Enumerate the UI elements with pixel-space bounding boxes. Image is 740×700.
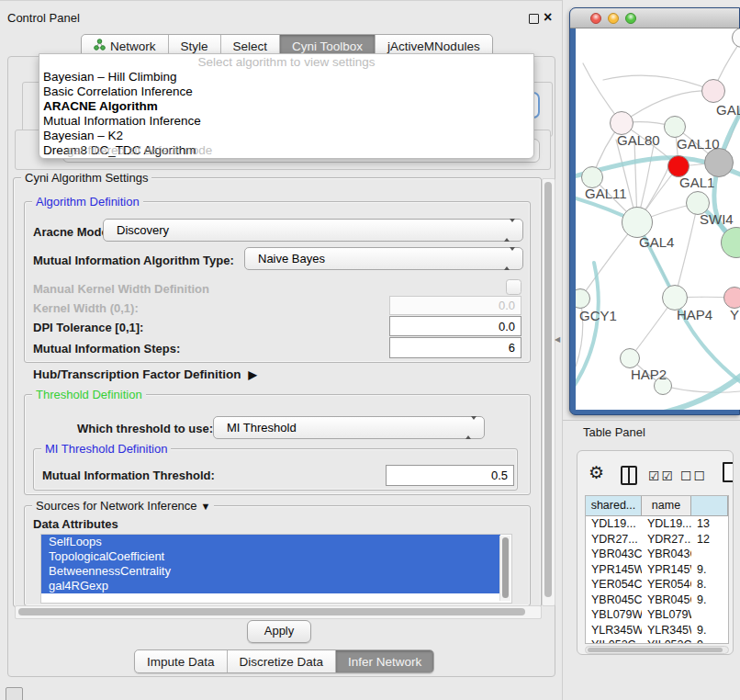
network-view-window: GAL7GAL80GAL10GAL1GAL11GAL4SWI4GCY1HAP4Y…: [569, 7, 740, 415]
zoom-traffic-light-icon[interactable]: [625, 13, 636, 24]
close-icon[interactable]: ×: [544, 7, 552, 28]
node-label: GCY1: [579, 308, 617, 323]
network-node[interactable]: [704, 148, 734, 177]
expand-down-icon: ▼: [201, 501, 211, 512]
data-attribute-item[interactable]: BetweennessCentrality: [41, 564, 500, 579]
data-attribute-item[interactable]: gal4RGexp: [41, 579, 500, 593]
panel-splitter[interactable]: [562, 0, 563, 700]
table-cell: 9.: [691, 623, 728, 638]
scrollbar-thumb[interactable]: [18, 608, 525, 615]
tab-impute-data[interactable]: Impute Data: [135, 650, 228, 672]
table-cell: 9.: [691, 593, 728, 608]
columns-icon[interactable]: [621, 466, 637, 485]
kernel-width-field[interactable]: [389, 296, 521, 315]
settings-vertical-scrollbar[interactable]: [542, 178, 555, 606]
page-icon[interactable]: [723, 462, 734, 482]
algorithm-option[interactable]: Mutual Information Inference: [39, 114, 533, 129]
table-header-cell[interactable]: [691, 496, 728, 515]
table-horizontal-scrollbar[interactable]: [585, 646, 729, 654]
table-cell: YDL19...: [586, 516, 642, 532]
apply-button[interactable]: Apply: [247, 620, 311, 643]
group-title: MI Threshold Definition: [41, 442, 171, 456]
table-row[interactable]: YDL19...YDL19...13: [586, 516, 728, 532]
group-title: Threshold Definition: [32, 388, 146, 401]
gear-icon[interactable]: ⚙: [589, 462, 604, 483]
panel-grip[interactable]: [6, 687, 23, 700]
tab-label: Discretize Data: [240, 651, 324, 672]
network-canvas[interactable]: GAL7GAL80GAL10GAL1GAL11GAL4SWI4GCY1HAP4Y…: [576, 28, 740, 410]
tab-label: Impute Data: [147, 651, 215, 672]
table-cell: 8.: [691, 577, 728, 593]
table-row[interactable]: YBR043CYBR043C: [586, 547, 728, 562]
hub-section-toggle[interactable]: Hub/Transcription Factor Definition▶: [33, 367, 257, 382]
network-node[interactable]: [620, 348, 640, 368]
table-row[interactable]: YER054CYER054C8.: [586, 577, 728, 593]
stepper-arrows-icon: [504, 251, 515, 267]
data-attribute-item[interactable]: SelfLoops: [41, 535, 500, 549]
settings-horizontal-scrollbar[interactable]: [15, 605, 542, 619]
table-header-row: shared...name: [586, 496, 728, 516]
mi-threshold-field[interactable]: [386, 465, 514, 486]
kernel-width-label: Kernel Width (0,1):: [33, 301, 139, 316]
mi-threshold-label: Mutual Information Threshold:: [42, 469, 215, 483]
node-label: SWI4: [700, 211, 734, 227]
which-threshold-select[interactable]: MI Threshold: [213, 416, 485, 439]
table-cell: YLR345W: [586, 623, 642, 638]
algorithm-option[interactable]: ARACNE Algorithm: [39, 99, 533, 114]
table-cell: YDR27...: [642, 532, 691, 548]
network-node[interactable]: [723, 287, 740, 309]
splitter-collapse-icon[interactable]: ◀: [555, 335, 560, 344]
list-scrollbar[interactable]: [499, 536, 510, 601]
table-cell: YDL19...: [642, 516, 691, 532]
table-row[interactable]: YLR345WYLR345W9.: [586, 623, 728, 638]
mi-steps-label: Mutual Information Steps:: [33, 342, 180, 356]
table-cell: YBL079W: [642, 607, 691, 623]
dpi-tolerance-field[interactable]: [389, 316, 521, 336]
algorithm-option[interactable]: Basic Correlation Inference: [39, 85, 533, 99]
deselect-all-icon[interactable]: ☐☐: [680, 469, 707, 483]
float-panel-icon[interactable]: [529, 14, 539, 24]
network-node[interactable]: [701, 79, 725, 103]
table-row[interactable]: YDR27...YDR27...12: [586, 532, 728, 548]
algorithm-option[interactable]: Bayesian – Hill Climbing: [39, 70, 533, 85]
algorithm-option[interactable]: Bayesian – K2: [39, 129, 533, 143]
table-cell: 9.: [691, 562, 728, 578]
table-cell: YPR145W: [586, 562, 642, 578]
table-cell: [691, 607, 728, 623]
mi-steps-field[interactable]: [389, 337, 521, 358]
table-row[interactable]: YIL052CYIL052C9: [586, 638, 728, 644]
table-row[interactable]: YBR045CYBR045C9.: [586, 593, 728, 608]
select-all-icon[interactable]: ☑☑: [648, 469, 675, 483]
node-label: GAL4: [639, 234, 674, 250]
manual-kernel-checkbox[interactable]: [506, 279, 521, 295]
network-edge: [675, 203, 698, 298]
tab-infer-network[interactable]: Infer Network: [336, 650, 433, 672]
network-node[interactable]: [622, 207, 653, 238]
table-header-cell[interactable]: shared...: [586, 496, 642, 515]
close-traffic-light-icon[interactable]: [590, 13, 601, 24]
table-row[interactable]: YPR145WYPR145W9.: [586, 562, 728, 578]
scrollbar-thumb[interactable]: [544, 182, 552, 597]
table-header-cell[interactable]: name: [642, 496, 691, 515]
minimize-traffic-light-icon[interactable]: [608, 13, 619, 24]
aracne-mode-select[interactable]: Discovery: [103, 219, 523, 242]
data-attributes-list[interactable]: SelfLoopsTopologicalCoefficientBetweenne…: [40, 534, 512, 604]
table-cell: YIL052C: [642, 638, 691, 644]
tab-label: Infer Network: [348, 651, 421, 672]
scrollbar-thumb[interactable]: [588, 648, 723, 652]
node-label: GAL80: [617, 132, 660, 148]
tab-discretize-data[interactable]: Discretize Data: [228, 650, 337, 672]
table-cell: [691, 547, 728, 562]
table-cell: YER054C: [586, 577, 642, 593]
node-label: GAL1: [679, 175, 714, 190]
mi-algorithm-type-select[interactable]: Naive Bayes: [244, 247, 523, 270]
sources-toggle[interactable]: Sources for Network Inference▼: [32, 499, 214, 513]
data-attribute-item[interactable]: TopologicalCoefficient: [41, 549, 500, 564]
node-label: GAL7: [716, 102, 740, 118]
table-row[interactable]: YBL079WYBL079W: [586, 607, 728, 623]
table-panel-window: ⚙ ☑☑ ☐☐ shared...name YDL19...YDL19...13…: [577, 450, 734, 655]
network-node[interactable]: [664, 116, 686, 138]
network-window-titlebar[interactable]: [570, 8, 739, 28]
scrollbar-thumb[interactable]: [502, 537, 509, 598]
node-label: Y: [730, 307, 739, 322]
